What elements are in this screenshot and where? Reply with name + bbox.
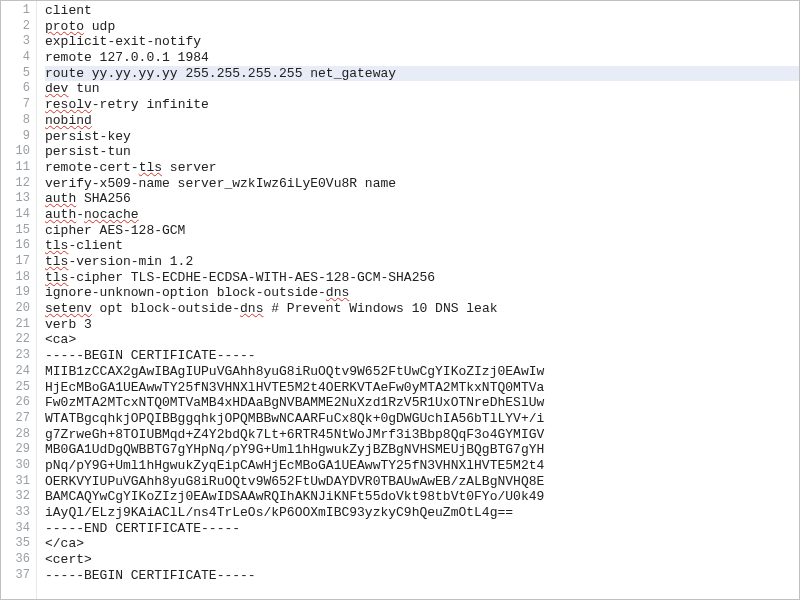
- code-line[interactable]: verify-x509-name server_wzkIwz6iLyE0Vu8R…: [45, 176, 799, 192]
- code-line[interactable]: setenv opt block-outside-dns # Prevent W…: [45, 301, 799, 317]
- code-token: -: [76, 207, 84, 222]
- spellcheck-token: tls: [139, 160, 162, 175]
- code-token: persist-tun: [45, 144, 131, 159]
- code-line[interactable]: explicit-exit-notify: [45, 34, 799, 50]
- code-line[interactable]: g7ZrweGh+8TOIUBMqd+Z4Y2bdQk7Lt+6RTR45NtW…: [45, 427, 799, 443]
- line-number: 25: [1, 380, 36, 396]
- code-line[interactable]: resolv-retry infinite: [45, 97, 799, 113]
- code-editor[interactable]: 1234567891011121314151617181920212223242…: [0, 0, 800, 600]
- line-number: 13: [1, 191, 36, 207]
- code-token: WTATBgcqhkjOPQIBBggqhkjOPQMBBwNCAARFuCx8…: [45, 411, 544, 426]
- code-line[interactable]: <ca>: [45, 332, 799, 348]
- code-line[interactable]: iAyQl/ELzj9KAiAClL/ns4TrLeOs/kP6OOXmIBC9…: [45, 505, 799, 521]
- code-token: # Prevent Windows 10 DNS leak: [263, 301, 497, 316]
- code-line[interactable]: -----END CERTIFICATE-----: [45, 521, 799, 537]
- code-line[interactable]: tls-cipher TLS-ECDHE-ECDSA-WITH-AES-128-…: [45, 270, 799, 286]
- spellcheck-token: tls: [45, 238, 68, 253]
- line-number: 18: [1, 270, 36, 286]
- code-line[interactable]: client: [45, 3, 799, 19]
- spellcheck-token: tls: [45, 254, 68, 269]
- code-token: <ca>: [45, 332, 76, 347]
- code-line[interactable]: nobind: [45, 113, 799, 129]
- code-line[interactable]: pNq/pY9G+Uml1hHgwukZyqEipCAwHjEcMBoGA1UE…: [45, 458, 799, 474]
- line-number: 1: [1, 3, 36, 19]
- code-token: </ca>: [45, 536, 84, 551]
- line-number: 23: [1, 348, 36, 364]
- code-line[interactable]: OERKVYIUPuVGAhh8yuG8iRuOQtv9W652FtUwDAYD…: [45, 474, 799, 490]
- code-token: -cipher TLS-ECDHE-ECDSA-WITH-AES-128-GCM…: [68, 270, 435, 285]
- code-line[interactable]: Fw0zMTA2MTcxNTQ0MTVaMB4xHDAaBgNVBAMME2Nu…: [45, 395, 799, 411]
- code-area[interactable]: clientproto udpexplicit-exit-notifyremot…: [37, 1, 799, 599]
- code-token: g7ZrweGh+8TOIUBMqd+Z4Y2bdQk7Lt+6RTR45NtW…: [45, 427, 544, 442]
- line-number: 27: [1, 411, 36, 427]
- line-number: 5: [1, 66, 36, 82]
- line-number: 32: [1, 489, 36, 505]
- line-number: 30: [1, 458, 36, 474]
- code-token: udp: [84, 19, 115, 34]
- line-number: 22: [1, 332, 36, 348]
- code-token: verify-x509-name server_wzkIwz6iLyE0Vu8R…: [45, 176, 396, 191]
- line-number: 9: [1, 129, 36, 145]
- line-number: 10: [1, 144, 36, 160]
- code-token: -----BEGIN CERTIFICATE-----: [45, 348, 256, 363]
- code-line[interactable]: persist-tun: [45, 144, 799, 160]
- code-line[interactable]: dev tun: [45, 81, 799, 97]
- line-number: 26: [1, 395, 36, 411]
- code-token: explicit-exit-notify: [45, 34, 201, 49]
- line-number-gutter: 1234567891011121314151617181920212223242…: [1, 1, 37, 599]
- code-line[interactable]: MIIB1zCCAX2gAwIBAgIUPuVGAhh8yuG8iRuOQtv9…: [45, 364, 799, 380]
- code-line[interactable]: -----BEGIN CERTIFICATE-----: [45, 568, 799, 584]
- line-number: 35: [1, 536, 36, 552]
- line-number: 17: [1, 254, 36, 270]
- code-line[interactable]: </ca>: [45, 536, 799, 552]
- line-number: 3: [1, 34, 36, 50]
- code-line[interactable]: BAMCAQYwCgYIKoZIzj0EAwIDSAAwRQIhAKNJiKNF…: [45, 489, 799, 505]
- code-token: cipher AES-128-GCM: [45, 223, 185, 238]
- code-line[interactable]: verb 3: [45, 317, 799, 333]
- code-token: BAMCAQYwCgYIKoZIzj0EAwIDSAAwRQIhAKNJiKNF…: [45, 489, 544, 504]
- code-token: tun: [68, 81, 99, 96]
- code-line[interactable]: cipher AES-128-GCM: [45, 223, 799, 239]
- spellcheck-token: auth: [45, 191, 76, 206]
- spellcheck-token: proto: [45, 19, 84, 34]
- code-line[interactable]: MB0GA1UdDgQWBBTG7gYHpNq/pY9G+Uml1hHgwukZ…: [45, 442, 799, 458]
- line-number: 11: [1, 160, 36, 176]
- spellcheck-token: resolv: [45, 97, 92, 112]
- code-token: MIIB1zCCAX2gAwIBAgIUPuVGAhh8yuG8iRuOQtv9…: [45, 364, 544, 379]
- code-token: OERKVYIUPuVGAhh8yuG8iRuOQtv9W652FtUwDAYD…: [45, 474, 544, 489]
- code-line[interactable]: -----BEGIN CERTIFICATE-----: [45, 348, 799, 364]
- spellcheck-token: setenv: [45, 301, 92, 316]
- spellcheck-token: dev: [45, 81, 68, 96]
- line-number: 14: [1, 207, 36, 223]
- code-line[interactable]: persist-key: [45, 129, 799, 145]
- code-token: <cert>: [45, 552, 92, 567]
- spellcheck-token: dns: [240, 301, 263, 316]
- code-line[interactable]: auth-nocache: [45, 207, 799, 223]
- code-token: persist-key: [45, 129, 131, 144]
- code-line[interactable]: remote-cert-tls server: [45, 160, 799, 176]
- line-number: 12: [1, 176, 36, 192]
- code-line[interactable]: proto udp: [45, 19, 799, 35]
- line-number: 19: [1, 285, 36, 301]
- code-token: server: [162, 160, 217, 175]
- code-line[interactable]: remote 127.0.0.1 1984: [45, 50, 799, 66]
- code-token: Fw0zMTA2MTcxNTQ0MTVaMB4xHDAaBgNVBAMME2Nu…: [45, 395, 544, 410]
- line-number: 7: [1, 97, 36, 113]
- code-token: -----BEGIN CERTIFICATE-----: [45, 568, 256, 583]
- code-line[interactable]: auth SHA256: [45, 191, 799, 207]
- code-token: SHA256: [76, 191, 131, 206]
- code-line[interactable]: tls-client: [45, 238, 799, 254]
- spellcheck-token: auth: [45, 207, 76, 222]
- code-line[interactable]: tls-version-min 1.2: [45, 254, 799, 270]
- line-number: 29: [1, 442, 36, 458]
- code-line[interactable]: route yy.yy.yy.yy 255.255.255.255 net_ga…: [45, 66, 799, 82]
- line-number: 16: [1, 238, 36, 254]
- code-token: -version-min 1.2: [68, 254, 193, 269]
- code-line[interactable]: <cert>: [45, 552, 799, 568]
- spellcheck-token: dns: [326, 285, 349, 300]
- code-line[interactable]: WTATBgcqhkjOPQIBBggqhkjOPQMBBwNCAARFuCx8…: [45, 411, 799, 427]
- code-line[interactable]: HjEcMBoGA1UEAwwTY25fN3VHNXlHVTE5M2t4OERK…: [45, 380, 799, 396]
- code-line[interactable]: ignore-unknown-option block-outside-dns: [45, 285, 799, 301]
- code-token: iAyQl/ELzj9KAiAClL/ns4TrLeOs/kP6OOXmIBC9…: [45, 505, 513, 520]
- code-token: ignore-unknown-option block-outside-: [45, 285, 326, 300]
